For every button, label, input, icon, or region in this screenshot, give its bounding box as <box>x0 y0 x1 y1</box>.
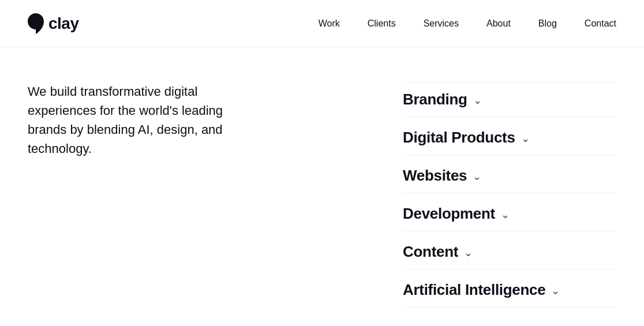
service-label-ai: Artificial Intelligence <box>403 281 545 299</box>
chevron-down-icon: ⌄ <box>551 284 560 297</box>
hero-section: We build transformative digital experien… <box>28 82 241 308</box>
chevron-down-icon: ⌄ <box>473 170 481 183</box>
service-item-digital-products[interactable]: Digital Products ⌄ <box>403 121 616 155</box>
chevron-down-icon: ⌄ <box>521 132 530 145</box>
service-item-websites[interactable]: Websites ⌄ <box>403 159 616 193</box>
service-label-development: Development <box>403 205 495 223</box>
logo[interactable]: clay <box>28 13 79 34</box>
service-label-websites: Websites <box>403 167 467 185</box>
logo-text: clay <box>48 14 79 33</box>
chevron-down-icon: ⌄ <box>501 208 510 221</box>
service-label-digital-products: Digital Products <box>403 129 515 147</box>
service-item-development[interactable]: Development ⌄ <box>403 197 616 231</box>
main-content: We build transformative digital experien… <box>0 47 644 308</box>
nav-item-blog[interactable]: Blog <box>538 18 557 29</box>
nav-item-clients[interactable]: Clients <box>368 18 396 29</box>
nav-item-contact[interactable]: Contact <box>585 18 616 29</box>
chevron-down-icon: ⌄ <box>464 246 473 259</box>
service-label-content: Content <box>403 243 458 261</box>
logo-icon <box>28 13 44 34</box>
service-item-ai[interactable]: Artificial Intelligence ⌄ <box>403 273 616 308</box>
hero-text: We build transformative digital experien… <box>28 82 241 158</box>
services-list: Branding ⌄ Digital Products ⌄ Websites ⌄… <box>241 82 616 308</box>
nav-item-work[interactable]: Work <box>319 18 340 29</box>
chevron-down-icon: ⌄ <box>473 94 482 107</box>
header: clay Work Clients Services About Blog Co… <box>0 0 644 47</box>
service-item-branding[interactable]: Branding ⌄ <box>403 82 616 117</box>
nav-item-about[interactable]: About <box>486 18 511 29</box>
main-nav: Work Clients Services About Blog Contact <box>319 18 616 29</box>
service-item-content[interactable]: Content ⌄ <box>403 235 616 269</box>
nav-item-services[interactable]: Services <box>424 18 459 29</box>
service-label-branding: Branding <box>403 91 467 108</box>
